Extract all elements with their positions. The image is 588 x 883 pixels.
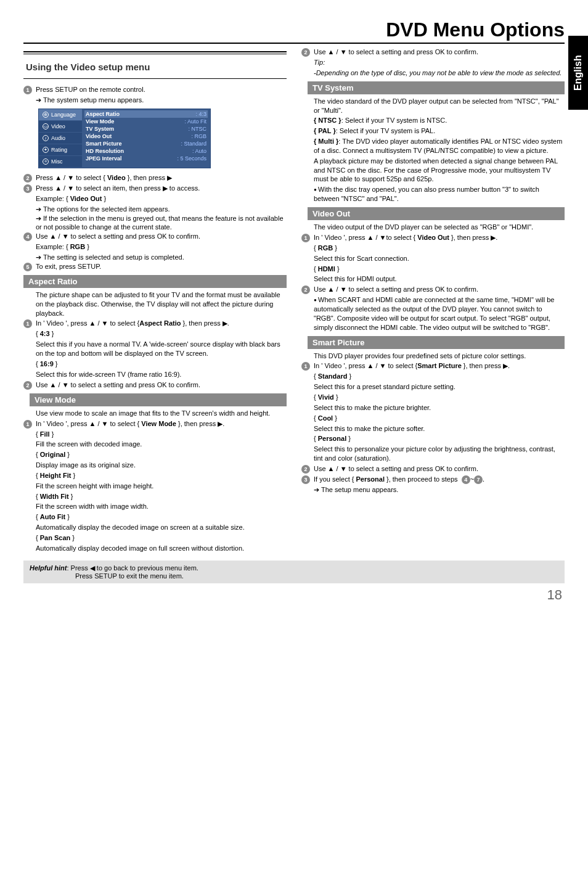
menu-side-misc: ≡Misc	[39, 156, 82, 168]
opt-hdmi-desc: Select this for HDMI output.	[314, 274, 565, 284]
step-1-text: Press SETUP on the remote control.	[36, 85, 287, 94]
opt-4-3-desc: Select this if you have a normal TV. A '…	[36, 340, 287, 358]
step-3-example: Example: { Video Out }	[36, 194, 287, 203]
tv-ntsc: { NTSC }: Select if your TV system is NT…	[314, 116, 565, 125]
step-4-example: Example: { RGB }	[36, 242, 287, 252]
step-4-marker: 4	[23, 232, 32, 241]
opt-hdmi: { HDMI }	[314, 265, 565, 274]
step-1-marker: 1	[23, 86, 32, 94]
helpful-hint-2: Press SETUP to exit the menu item.	[75, 572, 558, 580]
misc-icon: ≡	[43, 158, 49, 165]
opt-height-fit-desc: Fit the screen height with image height.	[36, 482, 287, 491]
page-title: DVD Menu Options	[23, 18, 565, 41]
opt-auto-fit-desc: Automatically display the decoded image …	[36, 523, 287, 532]
vo-step-1-marker: 1	[301, 234, 310, 242]
tv-intro: The video standard of the DVD player out…	[314, 97, 565, 115]
step-4-text: Use ▲ / ▼ to select a setting and press …	[36, 232, 287, 241]
helpful-hint-1: : Press ◀ to go back to previous menu it…	[67, 564, 198, 572]
tip-text: -Depending on the type of disc, you may …	[314, 68, 565, 78]
aspect-step-2-text: Use ▲ / ▼ to select a setting and press …	[36, 380, 287, 390]
rating-icon: ✦	[43, 147, 49, 153]
sp-intro: This DVD player provides four predefined…	[314, 351, 565, 361]
sp-step-3-text: If you select { Personal }, then proceed…	[314, 475, 565, 484]
opt-pan-scan-desc: Automatically display decoded image on f…	[36, 544, 287, 553]
heading-smart-picture: Smart Picture	[308, 336, 565, 349]
right-step-2-text: Use ▲ / ▼ to select a setting and press …	[314, 47, 565, 57]
tv-bullet: With the disc tray opened, you can also …	[314, 185, 565, 203]
opt-personal: { Personal }	[314, 434, 565, 443]
opt-original-desc: Display image as its original size.	[36, 461, 287, 470]
opt-rgb-desc: Select this for Scart connection.	[314, 254, 565, 263]
step-5-text: To exit, press SETUP.	[36, 262, 287, 271]
menu-side-rating: ✦Rating	[39, 144, 82, 156]
aspect-intro: The picture shape can be adjusted to fit…	[36, 290, 287, 318]
step-4-result: The setting is selected and setup is com…	[36, 253, 287, 262]
opt-vivid-desc: Select this to make the picture brighter…	[314, 403, 565, 413]
opt-4-3: { 4:3 }	[36, 329, 287, 339]
view-step-1-marker: 1	[23, 420, 32, 429]
sp-step-2-marker: 2	[301, 465, 310, 474]
vo-step-2-text: Use ▲ / ▼ to select a setting and press …	[314, 285, 565, 294]
audio-icon: ♪	[43, 135, 49, 141]
sp-result: The setup menu appears.	[314, 485, 565, 495]
heading-aspect-ratio: Aspect Ratio	[23, 275, 287, 288]
step-1-result: The system setup menu appears.	[36, 96, 287, 105]
aspect-step-1-text: In ' Video ', press ▲ / ▼ to select {Asp…	[36, 319, 287, 328]
opt-standard: { Standard }	[314, 372, 565, 381]
section-title-using-video: Using the Video setup menu	[26, 62, 287, 72]
step-5-marker: 5	[23, 263, 32, 271]
opt-16-9-desc: Select this for wide-screen TV (frame ra…	[36, 370, 287, 379]
opt-pan-scan: { Pan Scan }	[36, 533, 287, 543]
globe-icon: ⊕	[43, 112, 49, 118]
opt-width-fit-desc: Fit the screen width with image width.	[36, 502, 287, 511]
aspect-step-2-marker: 2	[23, 381, 32, 390]
opt-fill-desc: Fill the screen with decoded image.	[36, 440, 287, 449]
opt-original: { Original }	[36, 450, 287, 459]
tv-multi: { Multi }: The DVD video player automati…	[314, 137, 565, 155]
page-number: 18	[23, 587, 565, 603]
menu-side-language: ⊕Language	[39, 109, 82, 121]
aspect-step-1-marker: 1	[23, 319, 32, 328]
sp-step-2-text: Use ▲ / ▼ to select a setting and press …	[314, 464, 565, 474]
tip-label: Tip:	[314, 58, 565, 67]
sp-step-1-marker: 1	[301, 362, 310, 371]
opt-rgb: { RGB }	[314, 244, 565, 253]
opt-personal-desc: Select this to personalize your picture …	[314, 445, 565, 463]
language-tab: English	[568, 36, 588, 110]
opt-16-9: { 16:9 }	[36, 359, 287, 369]
opt-width-fit: { Width Fit }	[36, 492, 287, 501]
video-icon: ▭	[43, 123, 49, 129]
vo-step-2-marker: 2	[301, 285, 310, 294]
step-3-result1: The options for the selected item appear…	[36, 205, 287, 214]
heading-tv-system: TV System	[308, 81, 565, 94]
opt-cool-desc: Select this to make the picture softer.	[314, 424, 565, 433]
sp-step-1-text: In ' Video ', press ▲ / ▼ to select {Sma…	[314, 361, 565, 371]
opt-height-fit: { Height Fit }	[36, 471, 287, 480]
opt-fill: { Fill }	[36, 430, 287, 439]
view-step-1-text: In ' Video ', press ▲ / ▼ to select { Vi…	[36, 419, 287, 429]
menu-side-video: ▭Video	[39, 121, 82, 133]
menu-side-audio: ♪Audio	[39, 133, 82, 144]
tv-pal: { PAL }: Select if your TV system is PAL…	[314, 126, 565, 136]
step-2-marker: 2	[23, 174, 32, 183]
heading-view-mode: View Mode	[30, 393, 287, 406]
opt-cool: { Cool }	[314, 414, 565, 423]
tv-note: A playback picture may be distorted when…	[314, 157, 565, 184]
vo-intro: The video output of the DVD player can b…	[314, 223, 565, 232]
vo-step-1-text: In ' Video ', press ▲ / ▼to select { Vid…	[314, 233, 565, 242]
helpful-hint-label: Helpful hint	[30, 564, 67, 572]
opt-vivid: { Vivid }	[314, 393, 565, 402]
helpful-hint-box: Helpful hint: Press ◀ to go back to prev…	[23, 561, 565, 583]
step-3-text: Press ▲ / ▼ to select an item, then pres…	[36, 184, 287, 193]
step-3-result2: If the selection in the menu is greyed o…	[36, 214, 287, 232]
step-2-text: Press ▲ / ▼ to select { Video }, then pr…	[36, 173, 287, 183]
step-range-7-marker: 7	[474, 475, 483, 484]
opt-standard-desc: Select this for a preset standard pictur…	[314, 382, 565, 392]
step-range-4-marker: 4	[462, 475, 470, 484]
sp-step-3-marker: 3	[301, 475, 310, 484]
step-3-marker: 3	[23, 184, 32, 193]
view-intro: Use view mode to scale an image that fit…	[36, 409, 287, 418]
vo-bullet: When SCART and HDMI cable are connected …	[314, 295, 565, 332]
opt-auto-fit: { Auto Fit }	[36, 512, 287, 522]
setup-menu-mock: ⊕Language ▭Video ♪Audio ✦Rating ≡Misc As…	[38, 109, 211, 168]
